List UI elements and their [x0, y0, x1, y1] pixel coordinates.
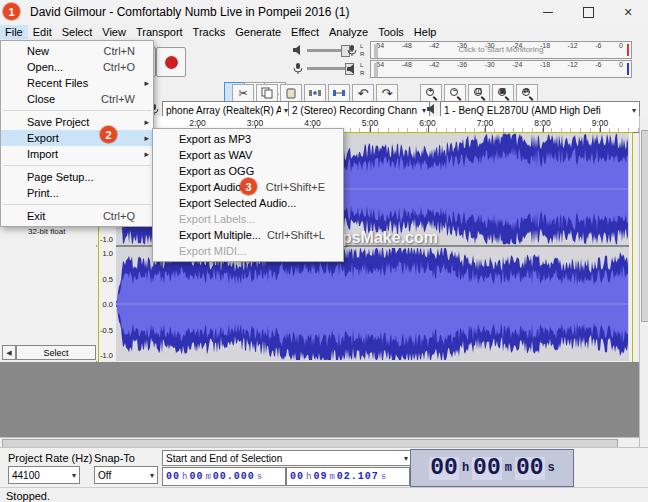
close-button[interactable]: ✕	[608, 0, 648, 24]
callout-step-2: 2	[100, 126, 117, 143]
chevron-down-icon: ▾	[150, 471, 154, 480]
amplitude-ruler-right[interactable]: 1.00.50.0-0.5-1.0	[96, 247, 117, 361]
minimize-button[interactable]	[528, 0, 568, 24]
speaker-icon	[292, 44, 304, 56]
file-menu-item-close[interactable]: CloseCtrl+W	[1, 91, 153, 107]
window-title: David Gilmour - Comfortably Numb Live in…	[30, 5, 349, 19]
snap-to-label: Snap-To	[94, 452, 135, 464]
playback-meter[interactable]: LR -54-48-42-36-30-24-18-12-60	[346, 60, 632, 78]
menubar-item-view[interactable]: View	[97, 25, 131, 39]
selection-start-field[interactable]: 00h00m00.000s	[162, 467, 286, 486]
file-menu-item-print[interactable]: Print...	[1, 185, 153, 201]
audio-position-digit: 00	[472, 457, 502, 480]
cut-button[interactable]: ✂	[232, 84, 254, 102]
export-submenu-item-export-labels[interactable]: Export Labels...	[153, 211, 343, 227]
audio-position-digit: h	[462, 461, 469, 475]
vertical-scrollbar[interactable]	[639, 116, 648, 447]
recording-volume-slider[interactable]	[292, 62, 353, 74]
file-menu-item-new[interactable]: NewCtrl+N	[1, 43, 153, 59]
time-digit: 09	[313, 471, 327, 482]
snap-to-combo[interactable]: Off▾	[94, 466, 158, 484]
window-titlebar: David Gilmour - Comfortably Numb Live in…	[0, 0, 648, 25]
zoom-fit-button[interactable]: ▣	[492, 84, 514, 102]
empty-track-background	[0, 362, 639, 437]
selection-end-field[interactable]: 00h09m02.107s	[286, 467, 410, 486]
menubar-item-generate[interactable]: Generate	[230, 25, 286, 39]
timeline-label: 4:00	[304, 118, 321, 128]
recording-channels-value: 2 (Stereo) Recording Chann	[292, 105, 419, 116]
time-digit: h	[306, 472, 311, 482]
menubar-item-effect[interactable]: Effect	[286, 25, 324, 39]
audio-position-display[interactable]: 00h00m00s	[410, 449, 574, 487]
silence-audio-button[interactable]	[328, 84, 350, 102]
project-rate-combo[interactable]: 44100▾	[8, 466, 80, 484]
copy-icon	[261, 87, 273, 99]
menubar-item-analyze[interactable]: Analyze	[324, 25, 373, 39]
file-menu-item-open[interactable]: Open...Ctrl+O	[1, 59, 153, 75]
menubar-item-tools[interactable]: Tools	[373, 25, 409, 39]
output-device-speaker-icon	[426, 103, 438, 115]
amplitude-scale-label: -1.0	[100, 351, 113, 360]
zoom-in-button[interactable]: +	[420, 84, 442, 102]
paste-button[interactable]	[280, 84, 302, 102]
project-rate-value: 44100	[12, 470, 69, 481]
menubar-item-edit[interactable]: Edit	[28, 25, 57, 39]
status-bar: Stopped.	[0, 487, 648, 502]
track-select-button[interactable]: Select	[16, 345, 96, 360]
export-submenu-item-export-selected-audio[interactable]: Export Selected Audio...	[153, 195, 343, 211]
undo-icon: ↶	[358, 86, 369, 101]
playback-volume-slider[interactable]	[292, 44, 353, 56]
menu-item-label: Export	[27, 132, 139, 144]
zoom-toolbar: + − ◫ ▣ ⇄	[420, 84, 538, 102]
menu-item-shortcut: Ctrl+O	[103, 61, 139, 73]
track-collapse-button[interactable]: ◀	[2, 345, 16, 360]
microphone-icon	[292, 62, 304, 74]
export-submenu-item-export-midi[interactable]: Export MIDI...	[153, 243, 343, 259]
snap-to-value: Off	[98, 470, 147, 481]
export-submenu-item-export-as-wav[interactable]: Export as WAV	[153, 147, 343, 163]
record-button[interactable]	[156, 47, 186, 77]
recording-meter[interactable]: LR -54-48-42-36-30-24-18-12-60 Click to …	[346, 41, 632, 59]
timeline-label: 6:00	[419, 118, 436, 128]
menubar-item-file[interactable]: File	[0, 25, 28, 39]
zoom-in-icon: +	[425, 87, 437, 99]
zoom-toggle-button[interactable]: ⇄	[516, 84, 538, 102]
trim-audio-button[interactable]	[304, 84, 326, 102]
menu-item-label: Export as MP3	[179, 133, 329, 145]
project-rate-label: Project Rate (Hz)	[8, 452, 92, 464]
file-menu-item-recent-files[interactable]: Recent Files▸	[1, 75, 153, 91]
export-submenu-item-export-multiple[interactable]: Export Multiple...Ctrl+Shift+L	[153, 227, 343, 243]
menu-item-label: Open...	[27, 61, 103, 73]
zoom-out-button[interactable]: −	[444, 84, 466, 102]
file-menu-item-import[interactable]: Import▸	[1, 146, 153, 162]
menubar-item-select[interactable]: Select	[57, 25, 98, 39]
submenu-arrow-icon: ▸	[139, 133, 149, 143]
redo-button[interactable]: ↷	[376, 84, 398, 102]
undo-button[interactable]: ↶	[352, 84, 374, 102]
copy-button[interactable]	[256, 84, 278, 102]
menu-item-shortcut: Ctrl+W	[101, 93, 139, 105]
menubar-item-help[interactable]: Help	[409, 25, 442, 39]
time-digit: 00	[166, 471, 180, 482]
zoom-out-icon: −	[449, 87, 461, 99]
vertical-scrollbar-thumb[interactable]	[641, 130, 648, 322]
timeline-label: 9:00	[592, 118, 609, 128]
export-submenu-item-export-as-ogg[interactable]: Export as OGG	[153, 163, 343, 179]
file-menu-item-exit[interactable]: ExitCtrl+Q	[1, 208, 153, 224]
menubar-item-tracks[interactable]: Tracks	[188, 25, 231, 39]
window-controls: ✕	[528, 0, 648, 24]
selection-range-mode-combo[interactable]: Start and End of Selection▾	[162, 450, 412, 466]
file-menu-item-export[interactable]: Export▸	[1, 130, 153, 146]
zoom-selection-button[interactable]: ◫	[468, 84, 490, 102]
maximize-button[interactable]	[568, 0, 608, 24]
callout-step-1: 1	[3, 3, 20, 20]
export-submenu-item-export-as-mp3[interactable]: Export as MP3	[153, 131, 343, 147]
monitoring-hint[interactable]: Click to Start Monitoring	[371, 45, 631, 54]
audio-position-digit: s	[548, 461, 555, 475]
menubar-item-transport[interactable]: Transport	[131, 25, 188, 39]
file-menu-item-save-project[interactable]: Save Project▸	[1, 114, 153, 130]
waveform-right-channel[interactable]	[116, 247, 629, 361]
time-digit: m	[205, 472, 210, 482]
recording-meter-mic-icon	[346, 44, 358, 56]
file-menu-item-page-setup[interactable]: Page Setup...	[1, 169, 153, 185]
